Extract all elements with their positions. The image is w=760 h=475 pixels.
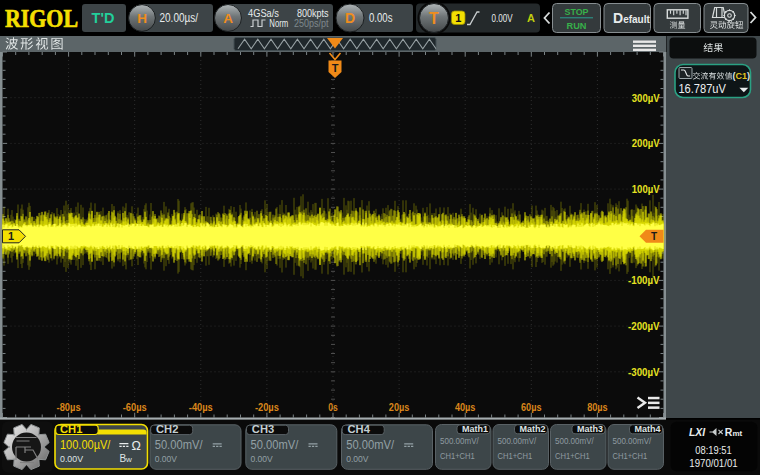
svg-text:T: T [651, 231, 657, 242]
svg-text:-200µV: -200µV [628, 320, 660, 332]
svg-text:Norm: Norm [269, 18, 288, 29]
svg-text:CH2: CH2 [156, 423, 179, 435]
svg-text:08:19:51: 08:19:51 [695, 444, 731, 456]
svg-text:STOP: STOP [565, 7, 589, 17]
svg-text:(C1): (C1) [733, 71, 751, 81]
svg-text:Math1: Math1 [462, 424, 488, 434]
svg-text:LXI: LXI [689, 426, 706, 438]
svg-text:100µV: 100µV [632, 183, 660, 195]
svg-text:50.00mV/: 50.00mV/ [155, 438, 203, 452]
svg-text:0.00V: 0.00V [492, 12, 513, 24]
svg-text:0.00V: 0.00V [60, 453, 84, 464]
svg-text:250ps/pt: 250ps/pt [294, 17, 329, 29]
svg-text:200µV: 200µV [632, 137, 660, 149]
svg-text:CH4: CH4 [348, 423, 371, 435]
svg-text:1: 1 [455, 12, 461, 24]
svg-text:300µV: 300µV [632, 92, 660, 104]
svg-text:100.00µV/: 100.00µV/ [60, 438, 111, 452]
svg-text:CH1+CH1: CH1+CH1 [613, 450, 648, 461]
svg-text:RIGOL: RIGOL [5, 5, 78, 32]
svg-text:RUN: RUN [567, 21, 587, 31]
svg-text:0.00V: 0.00V [155, 453, 178, 464]
svg-text:500.00mV/: 500.00mV/ [440, 435, 479, 446]
svg-text:A: A [527, 12, 535, 24]
svg-text:Math4: Math4 [634, 424, 660, 434]
svg-text:0.00V: 0.00V [346, 453, 369, 464]
svg-text:40µs: 40µs [455, 402, 476, 413]
svg-text:-20µs: -20µs [255, 402, 279, 413]
svg-text:-80µs: -80µs [57, 402, 81, 413]
svg-text:T: T [429, 10, 439, 27]
svg-text:-300µV: -300µV [628, 366, 660, 378]
svg-text:T: T [332, 62, 339, 74]
svg-text:T'D: T'D [92, 10, 115, 26]
svg-text:CH1+CH1: CH1+CH1 [555, 450, 590, 461]
svg-text:16.787uV: 16.787uV [678, 82, 726, 96]
svg-text:-100µV: -100µV [628, 274, 660, 286]
svg-text:1970/01/01: 1970/01/01 [689, 457, 738, 469]
svg-text:500.00mV/: 500.00mV/ [613, 435, 652, 446]
svg-text:-40µs: -40µs [189, 402, 213, 413]
svg-text:50.00mV/: 50.00mV/ [251, 438, 299, 452]
svg-text:60µs: 60µs [521, 402, 542, 413]
svg-text:Math2: Math2 [519, 424, 545, 434]
svg-text:CH3: CH3 [252, 423, 275, 435]
svg-text:D: D [345, 10, 355, 26]
svg-text:0.00s: 0.00s [369, 11, 393, 25]
svg-text:0.00V: 0.00V [251, 453, 274, 464]
svg-text:-60µs: -60µs [123, 402, 147, 413]
svg-text:Bw: Bw [119, 453, 132, 464]
svg-text:20.00µs/: 20.00µs/ [160, 11, 199, 25]
svg-text:20µs: 20µs [389, 402, 410, 413]
svg-text:A: A [223, 11, 233, 26]
svg-text:CH1+CH1: CH1+CH1 [440, 450, 475, 461]
svg-text:H: H [137, 11, 147, 26]
svg-text:Ω: Ω [132, 439, 141, 453]
svg-text:500.00mV/: 500.00mV/ [498, 435, 537, 446]
svg-text:CH1+CH1: CH1+CH1 [498, 450, 533, 461]
svg-text:500.00mV/: 500.00mV/ [555, 435, 594, 446]
svg-text:80µs: 80µs [587, 402, 608, 413]
svg-text:Math3: Math3 [577, 424, 603, 434]
svg-text:CH1: CH1 [60, 423, 83, 435]
svg-text:0s: 0s [328, 402, 338, 413]
svg-text:50.00mV/: 50.00mV/ [346, 438, 394, 452]
svg-text:1: 1 [8, 230, 14, 242]
